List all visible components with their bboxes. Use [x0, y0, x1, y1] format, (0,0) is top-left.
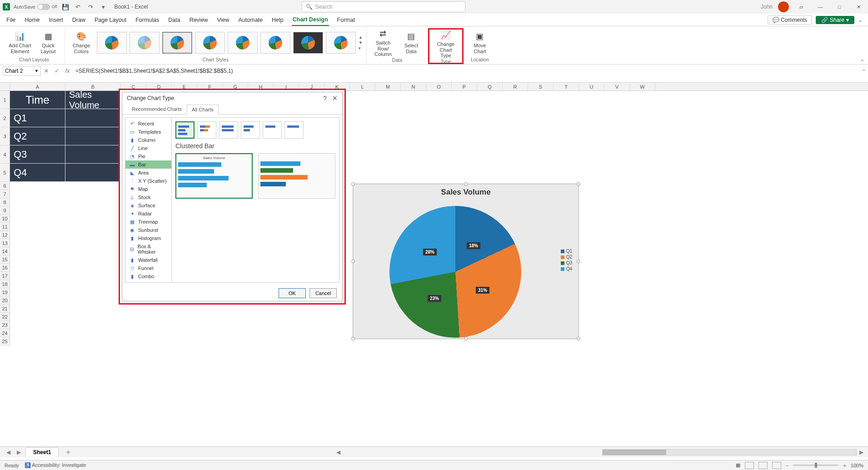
type-templates[interactable]: ▭Templates — [125, 128, 171, 136]
tab-home[interactable]: Home — [24, 14, 40, 26]
chart-style-7[interactable] — [293, 32, 323, 54]
type-pie[interactable]: ◔Pie — [125, 152, 171, 160]
cell-a5[interactable]: Q4 — [10, 164, 65, 182]
col-header[interactable]: R — [503, 83, 528, 90]
row-header[interactable]: 10 — [0, 215, 10, 223]
row-header[interactable]: 13 — [0, 239, 10, 247]
formula-expand-icon[interactable]: ⌄ — [860, 66, 868, 72]
select-all[interactable] — [0, 83, 10, 90]
resize-handle[interactable] — [577, 182, 580, 186]
row-header[interactable]: 15 — [0, 255, 10, 264]
row-header[interactable]: 8 — [0, 198, 10, 206]
formula-input[interactable]: =SERIES(Sheet1!$B$1,Sheet1!$A$2:$A$5,She… — [73, 66, 860, 76]
cancel-formula-icon[interactable]: ✕ — [44, 68, 49, 74]
cell-b4[interactable] — [65, 145, 121, 164]
row-header[interactable]: 2 — [0, 109, 10, 127]
resize-handle[interactable] — [577, 337, 580, 340]
resize-handle[interactable] — [464, 182, 468, 186]
chart-style-2[interactable] — [130, 32, 160, 54]
chart-title[interactable]: Sales Volume — [353, 184, 579, 200]
col-header[interactable]: T — [554, 83, 579, 90]
preview-2[interactable] — [258, 153, 335, 199]
type-waterfall[interactable]: ▮Waterfall — [125, 256, 171, 264]
maximize-icon[interactable]: □ — [833, 2, 846, 11]
type-surface[interactable]: ◈Surface — [125, 201, 171, 210]
col-header[interactable]: A — [10, 83, 65, 90]
cell-b5[interactable] — [65, 164, 121, 182]
sheet-next-icon[interactable]: ▶ — [15, 449, 23, 455]
tab-review[interactable]: Review — [189, 14, 209, 26]
styles-down-icon[interactable]: ▼ — [359, 40, 363, 45]
row-header[interactable]: 19 — [0, 288, 10, 296]
zoom-out-icon[interactable]: − — [786, 463, 788, 468]
dialog-ok-button[interactable]: OK — [279, 288, 306, 298]
type-funnel[interactable]: ▽Funnel — [125, 264, 171, 272]
subtype-3d-stacked-bar[interactable] — [263, 121, 282, 139]
resize-handle[interactable] — [351, 337, 355, 340]
horizontal-scrollbar[interactable] — [602, 449, 857, 455]
tab-insert[interactable]: Insert — [48, 14, 64, 26]
row-header[interactable]: 21 — [0, 305, 10, 313]
resize-handle[interactable] — [351, 182, 355, 186]
ribbon-collapse-icon[interactable]: ⌄ — [860, 56, 864, 62]
ribbon-mode-icon[interactable]: ▱ — [794, 2, 808, 11]
type-area[interactable]: ◣Area — [125, 169, 171, 177]
tab-chart-design[interactable]: Chart Design — [292, 14, 329, 26]
type-map[interactable]: ⚑Map — [125, 185, 171, 193]
row-header[interactable]: 20 — [0, 296, 10, 305]
type-radar[interactable]: ✦Radar — [125, 210, 171, 218]
subtype-100-stacked-bar[interactable] — [219, 121, 238, 139]
comments-button[interactable]: 💬 Comments — [768, 15, 812, 25]
row-header[interactable]: 6 — [0, 182, 10, 190]
cell-b2[interactable] — [65, 109, 121, 127]
fx-icon[interactable]: fx — [65, 68, 70, 74]
type-histogram[interactable]: ▮Histogram — [125, 234, 171, 242]
col-header[interactable]: M — [375, 83, 401, 90]
col-header[interactable]: P — [452, 83, 477, 90]
undo-icon[interactable]: ↶ — [74, 2, 83, 11]
type-bar[interactable]: ▬Bar — [125, 160, 171, 169]
view-normal-icon[interactable] — [745, 462, 754, 469]
redo-icon[interactable]: ↷ — [86, 2, 95, 11]
select-data-button[interactable]: ▤Select Data — [399, 30, 424, 55]
tab-view[interactable]: View — [216, 14, 230, 26]
chart-style-4[interactable] — [195, 32, 225, 54]
switch-row-column-button[interactable]: ⇄Switch Row/ Column — [370, 27, 396, 58]
tab-help[interactable]: Help — [271, 14, 284, 26]
col-header[interactable]: O — [426, 83, 452, 90]
share-button[interactable]: 🔗 Share ▾ — [816, 16, 854, 24]
subtype-3d-clustered-bar[interactable] — [241, 121, 260, 139]
avatar[interactable] — [778, 1, 789, 12]
dialog-help-icon[interactable]: ? — [323, 95, 327, 102]
toggle-icon[interactable] — [37, 4, 50, 10]
row-header[interactable]: 5 — [0, 164, 10, 182]
autosave-toggle[interactable]: AutoSave Off — [14, 4, 57, 10]
type-stock[interactable]: ⊥Stock — [125, 193, 171, 201]
status-accessibility[interactable]: ♿ Accessibility: Investigate — [25, 462, 86, 468]
dialog-tab-all[interactable]: All Charts — [187, 105, 219, 115]
type-scatter[interactable]: ⋮X Y (Scatter) — [125, 177, 171, 185]
row-header[interactable]: 1 — [0, 91, 10, 109]
dialog-close-icon[interactable]: ✕ — [332, 95, 338, 102]
row-header[interactable]: 17 — [0, 272, 10, 280]
row-header[interactable]: 25 — [0, 337, 10, 345]
chart-style-6[interactable] — [260, 32, 290, 54]
row-header[interactable]: 11 — [0, 223, 10, 231]
scrollbar-thumb[interactable] — [603, 450, 666, 455]
zoom-slider[interactable] — [793, 465, 838, 466]
type-combo[interactable]: ▮Combo — [125, 272, 171, 280]
chart-style-5[interactable] — [228, 32, 258, 54]
cell-a4[interactable]: Q3 — [10, 145, 65, 164]
subtype-clustered-bar[interactable] — [175, 121, 195, 139]
chevron-down-icon[interactable]: ▼ — [35, 69, 39, 73]
row-header[interactable]: 22 — [0, 313, 10, 321]
zoom-level[interactable]: 100% — [851, 463, 863, 468]
resize-handle[interactable] — [577, 260, 580, 263]
search-input[interactable]: 🔍 Search — [302, 1, 465, 12]
styles-up-icon[interactable]: ▲ — [359, 35, 363, 40]
col-header[interactable]: U — [579, 83, 604, 90]
type-line[interactable]: ╱Line — [125, 144, 171, 152]
chart-legend[interactable]: Q1 Q2 Q3 Q4 — [561, 248, 572, 272]
type-sunburst[interactable]: ◉Sunburst — [125, 226, 171, 234]
ribbon-options-icon[interactable]: ⌄ — [858, 17, 863, 23]
